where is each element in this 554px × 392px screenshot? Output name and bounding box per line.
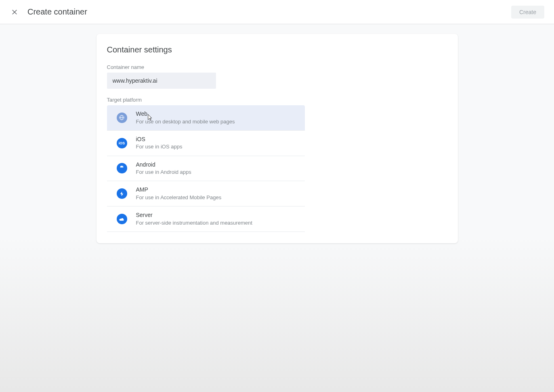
platform-text: AMP For use in Accelerated Mobile Pages bbox=[136, 186, 222, 201]
platform-name: AMP bbox=[136, 186, 222, 194]
platform-name: iOS bbox=[136, 136, 183, 144]
platform-text: Server For server-side instrumentation a… bbox=[136, 211, 252, 227]
platform-name: Android bbox=[136, 161, 191, 169]
container-name-label: Container name bbox=[97, 64, 458, 73]
platform-text: Android For use in Android apps bbox=[136, 161, 191, 176]
container-name-input[interactable] bbox=[107, 73, 216, 89]
platform-option-android[interactable]: Android For use in Android apps bbox=[107, 156, 305, 181]
content-area: Container settings Container name Target… bbox=[0, 24, 554, 243]
dialog-title: Create container bbox=[27, 7, 87, 17]
platform-desc: For use in iOS apps bbox=[136, 143, 183, 150]
target-platform-label: Target platform bbox=[97, 97, 458, 105]
platform-text: Web For use on desktop and mobile web pa… bbox=[136, 110, 235, 125]
platform-desc: For use on desktop and mobile web pages bbox=[136, 118, 235, 125]
platform-desc: For use in Android apps bbox=[136, 169, 191, 176]
web-icon bbox=[117, 113, 127, 123]
platform-name: Server bbox=[136, 211, 252, 219]
svg-point-5 bbox=[121, 167, 121, 167]
platform-list: Web For use on desktop and mobile web pa… bbox=[107, 105, 305, 232]
platform-option-amp[interactable]: AMP For use in Accelerated Mobile Pages bbox=[107, 181, 305, 206]
platform-name: Web bbox=[136, 110, 235, 118]
dialog-header: Create container Create bbox=[0, 0, 554, 24]
platform-option-ios[interactable]: iOS iOS For use in iOS apps bbox=[107, 131, 305, 156]
close-icon bbox=[11, 8, 18, 16]
platform-option-server[interactable]: Server For server-side instrumentation a… bbox=[107, 206, 305, 232]
server-icon bbox=[117, 214, 127, 224]
android-icon bbox=[117, 163, 127, 173]
platform-option-web[interactable]: Web For use on desktop and mobile web pa… bbox=[107, 105, 305, 131]
platform-desc: For use in Accelerated Mobile Pages bbox=[136, 194, 222, 201]
amp-icon bbox=[117, 188, 127, 199]
settings-card: Container settings Container name Target… bbox=[97, 34, 458, 243]
platform-text: iOS For use in iOS apps bbox=[136, 136, 183, 151]
header-left: Create container bbox=[10, 7, 87, 17]
close-button[interactable] bbox=[10, 7, 19, 17]
ios-icon: iOS bbox=[117, 138, 127, 148]
card-title: Container settings bbox=[97, 45, 458, 64]
svg-point-6 bbox=[122, 167, 123, 167]
platform-desc: For server-side instrumentation and meas… bbox=[136, 219, 252, 227]
create-button[interactable]: Create bbox=[511, 6, 544, 19]
